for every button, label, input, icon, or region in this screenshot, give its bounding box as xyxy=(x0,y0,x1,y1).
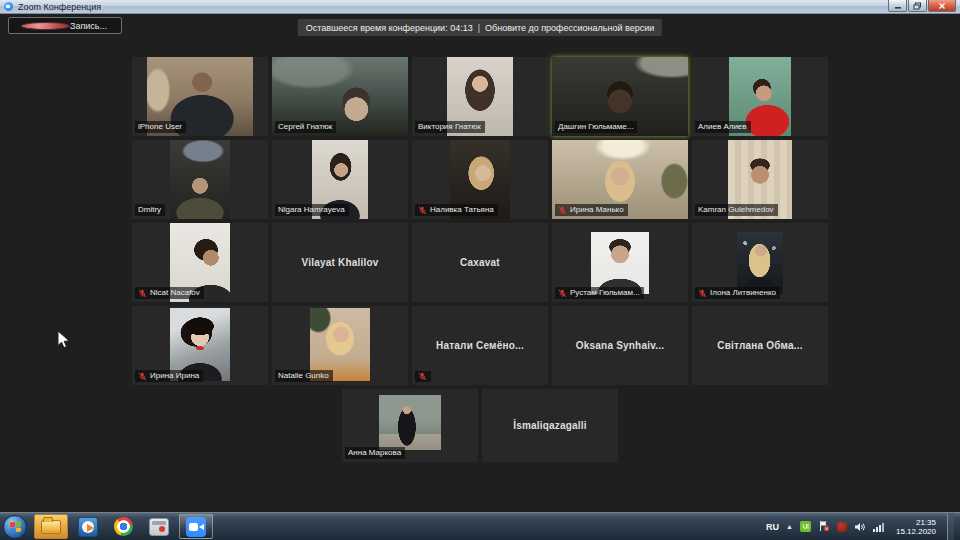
participant-nameplate: Сергей Гнатюк xyxy=(275,121,336,133)
participant-tile-active-speaker[interactable]: Дашгин Гюльмаме... xyxy=(552,57,688,136)
media-player-icon xyxy=(78,517,98,537)
close-icon xyxy=(938,2,946,10)
network-icon[interactable] xyxy=(873,518,885,536)
record-dot-icon xyxy=(21,22,70,30)
taskbar-app-chrome[interactable] xyxy=(108,514,139,539)
muted-mic-icon xyxy=(698,289,707,298)
remaining-time-text: Оставшееся время конференции: 04:13 xyxy=(306,23,473,33)
grid-row-5: Анна Маркова İsmaliqazagalli xyxy=(342,389,618,462)
participant-name: Дашгин Гюльмаме... xyxy=(558,122,633,132)
participant-tile[interactable]: Ирина Манько xyxy=(552,140,688,219)
participant-name: Рустам Гюльмам... xyxy=(570,288,640,298)
participant-tile[interactable]: İsmaliqazagalli xyxy=(482,389,618,462)
restore-icon xyxy=(913,2,922,10)
participant-name-centered: Світлана Обма... xyxy=(692,306,828,385)
participant-tile[interactable]: Наливка Татьяна xyxy=(412,140,548,219)
muted-mic-icon xyxy=(558,289,567,298)
upgrade-link[interactable]: Обновите до профессиональной версии xyxy=(485,23,654,33)
participant-name: Natalie Gunko xyxy=(278,371,329,381)
screen-recorder-icon xyxy=(149,518,169,536)
restore-button[interactable] xyxy=(908,0,927,12)
window-title: Zoom Конференция xyxy=(18,2,101,12)
zoom-app-icon xyxy=(186,517,206,537)
participant-name: Наливка Татьяна xyxy=(430,205,494,215)
participant-tile[interactable]: Vilayat Khalilov xyxy=(272,223,408,302)
clock-time: 21:35 xyxy=(896,518,936,527)
taskbar-clock[interactable]: 21:35 15.12.2020 xyxy=(892,518,940,536)
participant-name: Kamran Gulehmedov xyxy=(698,205,774,215)
participant-name: Ирина Манько xyxy=(570,205,624,215)
volume-icon[interactable] xyxy=(854,518,866,536)
participant-tile[interactable]: Ілона Литвиненко xyxy=(692,223,828,302)
participant-photo xyxy=(737,232,783,294)
participant-nameplate: Анна Маркова xyxy=(345,447,405,459)
participant-tile[interactable]: Caxavat xyxy=(412,223,548,302)
meeting-time-banner: Оставшееся время конференции: 04:13 | Об… xyxy=(298,19,662,36)
grid-row-1: iPhone User Сергей Гнатюк Виктория Гнатю… xyxy=(132,57,828,136)
window-titlebar: Zoom Конференция xyxy=(0,0,960,14)
muted-mic-icon xyxy=(558,206,567,215)
participant-tile[interactable]: Nicat Nacafov xyxy=(132,223,268,302)
participant-name: Nicat Nacafov xyxy=(150,288,200,298)
participant-name: Nigara Hamrayeva xyxy=(278,205,345,215)
minimize-button[interactable] xyxy=(888,0,907,12)
participant-name-centered: Vilayat Khalilov xyxy=(272,223,408,302)
record-label: Запись... xyxy=(70,21,121,31)
system-tray: RU ▲ 21:35 15.12.2020 xyxy=(766,513,960,540)
participant-nameplate: Nicat Nacafov xyxy=(135,287,204,299)
participant-tile[interactable]: Алиев Алиев xyxy=(692,57,828,136)
participant-nameplate: Nigara Hamrayeva xyxy=(275,204,349,216)
participant-tile[interactable]: Світлана Обма... xyxy=(692,306,828,385)
participant-nameplate: Рустам Гюльмам... xyxy=(555,287,644,299)
participant-tile[interactable]: Nigara Hamrayeva xyxy=(272,140,408,219)
taskbar-app-screen-recorder[interactable] xyxy=(143,514,175,539)
participant-name: Сергей Гнатюк xyxy=(278,122,332,132)
participant-nameplate: Наливка Татьяна xyxy=(415,204,498,216)
start-button[interactable] xyxy=(3,515,27,539)
participant-tile[interactable]: Dmitry xyxy=(132,140,268,219)
participant-tile[interactable]: Натали Семёно... xyxy=(412,306,548,385)
windows-logo-icon xyxy=(10,521,21,532)
participant-nameplate: Natalie Gunko xyxy=(275,370,333,382)
participant-name: Ілона Литвиненко xyxy=(710,288,776,298)
participant-tile[interactable]: Natalie Gunko xyxy=(272,306,408,385)
participant-name-centered: Caxavat xyxy=(412,223,548,302)
muted-mic-icon xyxy=(138,289,147,298)
participant-tile[interactable]: Ирина Ирина xyxy=(132,306,268,385)
participant-name-centered: Oksana Synhaiv... xyxy=(552,306,688,385)
banner-divider: | xyxy=(478,23,480,33)
participant-video xyxy=(170,140,230,219)
participant-name: Анна Маркова xyxy=(348,448,401,458)
participant-tile[interactable]: Анна Маркова xyxy=(342,389,478,462)
zoom-window-icon xyxy=(4,2,13,11)
zoom-meeting-window: Запись... Оставшееся время конференции: … xyxy=(0,14,960,512)
language-indicator[interactable]: RU xyxy=(766,522,779,532)
participant-mute-badge xyxy=(415,371,431,382)
taskbar-app-zoom[interactable] xyxy=(179,514,213,539)
participant-name-centered: Натали Семёно... xyxy=(412,306,548,385)
close-button[interactable] xyxy=(928,0,956,12)
participant-name: Виктория Гнатюк xyxy=(418,122,481,132)
taskbar-app-media-player[interactable] xyxy=(72,514,104,539)
utorrent-tray-icon[interactable] xyxy=(800,521,811,532)
security-tray-icon[interactable] xyxy=(837,522,847,532)
taskbar-app-explorer[interactable] xyxy=(34,514,68,539)
participant-tile[interactable]: Oksana Synhaiv... xyxy=(552,306,688,385)
minimize-icon xyxy=(894,2,902,10)
clock-date: 15.12.2020 xyxy=(896,527,936,536)
participant-tile[interactable]: Рустам Гюльмам... xyxy=(552,223,688,302)
participant-tile[interactable]: iPhone User xyxy=(132,57,268,136)
participant-tile[interactable]: Kamran Gulehmedov xyxy=(692,140,828,219)
recording-indicator-button[interactable]: Запись... xyxy=(8,17,122,34)
participant-tile[interactable]: Виктория Гнатюк xyxy=(412,57,548,136)
utorrent-glyph-icon xyxy=(802,523,809,530)
participant-tile[interactable]: Сергей Гнатюк xyxy=(272,57,408,136)
speaker-glyph-icon xyxy=(854,522,866,532)
show-desktop-button[interactable] xyxy=(947,513,954,540)
participant-nameplate: Ирина Манько xyxy=(555,204,628,216)
tray-expand-arrow-icon[interactable]: ▲ xyxy=(786,523,793,530)
action-center-flag-icon[interactable] xyxy=(818,518,830,536)
participant-name: Dmitry xyxy=(138,205,161,215)
grid-row-4: Ирина Ирина Natalie Gunko Натали Семёно.… xyxy=(132,306,828,385)
muted-mic-icon xyxy=(418,206,427,215)
